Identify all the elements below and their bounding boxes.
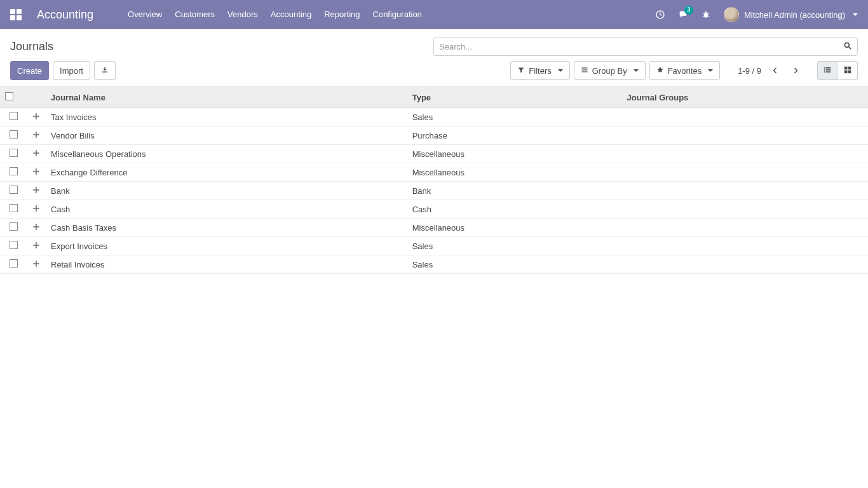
checkbox-icon[interactable] [5, 92, 13, 100]
row-select[interactable] [0, 182, 27, 200]
import-button[interactable]: Import [53, 61, 90, 80]
table-row[interactable]: Bank Bank [0, 182, 868, 200]
pager-prev[interactable] [766, 61, 784, 80]
activity-icon[interactable] [655, 10, 665, 20]
filters-dropdown[interactable]: Filters [510, 61, 569, 80]
nav-overview[interactable]: Overview [121, 0, 168, 29]
cell-type[interactable]: Miscellaneous [407, 219, 622, 237]
checkbox-icon[interactable] [10, 259, 18, 268]
cell-journal-name[interactable]: Tax Invoices [46, 108, 407, 126]
drag-handle-icon[interactable] [32, 112, 40, 120]
debug-icon[interactable] [701, 10, 711, 20]
drag-handle-icon[interactable] [32, 168, 40, 175]
cell-type[interactable]: Miscellaneous [407, 163, 622, 182]
checkbox-icon[interactable] [10, 149, 18, 157]
table-row[interactable]: Tax Invoices Sales [0, 108, 868, 126]
drag-handle-icon[interactable] [32, 131, 40, 139]
view-kanban-button[interactable] [837, 61, 858, 80]
table-row[interactable]: Cash Cash [0, 200, 868, 219]
view-list-button[interactable] [817, 61, 837, 80]
checkbox-icon[interactable] [10, 241, 18, 249]
table-row[interactable]: Vendor Bills Purchase [0, 126, 868, 145]
nav-vendors[interactable]: Vendors [221, 0, 264, 29]
checkbox-icon[interactable] [10, 130, 18, 139]
drag-handle-icon[interactable] [32, 149, 40, 157]
drag-handle-icon[interactable] [32, 186, 40, 194]
nav-configuration[interactable]: Configuration [367, 0, 428, 29]
svg-rect-24 [34, 171, 39, 172]
create-button[interactable]: Create [10, 61, 49, 80]
cell-journal-name[interactable]: Retail Invoices [46, 255, 407, 274]
header-journal-name[interactable]: Journal Name [46, 87, 407, 108]
cell-journal-groups[interactable] [622, 108, 868, 126]
cell-journal-groups[interactable] [622, 237, 868, 255]
table-row[interactable]: Export Invoices Sales [0, 237, 868, 255]
systray: 3 Mitchell Admin (accounting) [655, 7, 858, 22]
cell-journal-groups[interactable] [622, 126, 868, 145]
nav-reporting[interactable]: Reporting [318, 0, 366, 29]
table-row[interactable]: Miscellaneous Operations Miscellaneous [0, 145, 868, 163]
cell-journal-name[interactable]: Vendor Bills [46, 126, 407, 145]
row-select[interactable] [0, 237, 27, 255]
table-header-row: Journal Name Type Journal Groups [0, 87, 868, 108]
pager-range[interactable]: 1-9 / 9 [738, 66, 761, 76]
row-select[interactable] [0, 126, 27, 145]
table-row[interactable]: Retail Invoices Sales [0, 255, 868, 274]
messages-icon[interactable]: 3 [678, 10, 688, 20]
cell-type[interactable]: Miscellaneous [407, 145, 622, 163]
nav-customers[interactable]: Customers [168, 0, 221, 29]
user-menu[interactable]: Mitchell Admin (accounting) [724, 7, 858, 22]
cell-journal-name[interactable]: Bank [46, 182, 407, 200]
search-input[interactable] [439, 42, 839, 51]
checkbox-icon[interactable] [10, 112, 18, 120]
export-button[interactable] [94, 61, 116, 80]
header-select-all[interactable] [0, 87, 27, 108]
checkbox-icon[interactable] [10, 204, 18, 212]
cell-journal-name[interactable]: Export Invoices [46, 237, 407, 255]
cell-journal-name[interactable]: Cash Basis Taxes [46, 219, 407, 237]
row-select[interactable] [0, 219, 27, 237]
groupby-dropdown[interactable]: Group By [574, 61, 646, 80]
cell-type[interactable]: Sales [407, 237, 622, 255]
cell-journal-groups[interactable] [622, 200, 868, 219]
row-select[interactable] [0, 255, 27, 274]
cell-journal-name[interactable]: Exchange Difference [46, 163, 407, 182]
checkbox-icon[interactable] [10, 167, 18, 175]
drag-handle-icon[interactable] [32, 260, 40, 268]
list-view-icon [823, 65, 832, 76]
cell-type[interactable]: Sales [407, 108, 622, 126]
cell-journal-groups[interactable] [622, 145, 868, 163]
cell-journal-groups[interactable] [622, 163, 868, 182]
svg-rect-15 [844, 70, 847, 73]
header-type[interactable]: Type [407, 87, 622, 108]
row-select[interactable] [0, 200, 27, 219]
cell-journal-groups[interactable] [622, 182, 868, 200]
search-icon[interactable] [839, 41, 852, 52]
search-box[interactable] [433, 37, 858, 56]
header-journal-groups[interactable]: Journal Groups [622, 87, 868, 108]
table-row[interactable]: Exchange Difference Miscellaneous [0, 163, 868, 182]
cell-journal-name[interactable]: Miscellaneous Operations [46, 145, 407, 163]
row-select[interactable] [0, 145, 27, 163]
nav-accounting[interactable]: Accounting [264, 0, 318, 29]
apps-icon[interactable] [10, 9, 22, 20]
cell-journal-groups[interactable] [622, 219, 868, 237]
checkbox-icon[interactable] [10, 222, 18, 231]
drag-handle-icon[interactable] [32, 223, 40, 231]
row-select[interactable] [0, 163, 27, 182]
favorites-dropdown[interactable]: Favorites [649, 61, 720, 80]
cell-journal-groups[interactable] [622, 255, 868, 274]
cell-type[interactable]: Purchase [407, 126, 622, 145]
table-row[interactable]: Cash Basis Taxes Miscellaneous [0, 219, 868, 237]
drag-handle-icon[interactable] [32, 205, 40, 212]
cell-type[interactable]: Sales [407, 255, 622, 274]
row-select[interactable] [0, 108, 27, 126]
cell-type[interactable]: Cash [407, 200, 622, 219]
cell-type[interactable]: Bank [407, 182, 622, 200]
svg-rect-16 [848, 70, 851, 73]
pager-next[interactable] [787, 61, 804, 80]
drag-handle-icon[interactable] [32, 241, 40, 249]
cell-journal-name[interactable]: Cash [46, 200, 407, 219]
app-brand[interactable]: Accounting [37, 8, 93, 22]
checkbox-icon[interactable] [10, 186, 18, 194]
